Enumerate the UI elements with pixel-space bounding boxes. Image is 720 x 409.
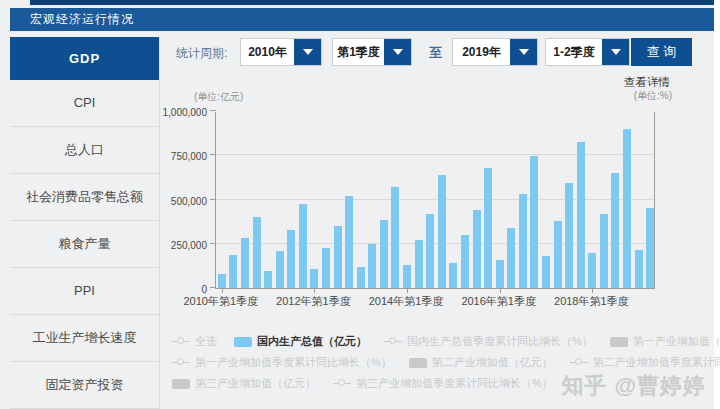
gdp-bar <box>264 271 272 288</box>
legend-item-第一产业增加值（亿元）[interactable]: 第一产业增加值（亿元） <box>610 334 720 349</box>
gdp-bar <box>635 250 643 288</box>
gdp-bar <box>565 183 573 288</box>
legend-item-第二产业增加值季度累计同比增长（%）[interactable]: 第二产业增加值季度累计同比增长（%） <box>570 355 720 370</box>
sidebar-item-固定资产投资[interactable]: 固定资产投资 <box>10 362 159 409</box>
end-year-dropdown-button[interactable] <box>510 39 537 65</box>
legend-item-label: 国内生产总值（亿元） <box>257 334 367 349</box>
to-label: 至 <box>429 44 442 62</box>
query-button[interactable]: 查 询 <box>631 38 692 66</box>
gdp-bar <box>380 220 388 288</box>
gdp-bar <box>646 208 654 288</box>
start-year-dropdown-button[interactable] <box>294 39 321 65</box>
gdp-bar <box>357 267 365 288</box>
chevron-down-icon <box>393 49 403 55</box>
gdp-bar <box>530 156 538 288</box>
legend-line-circle-icon <box>570 362 588 363</box>
gdp-bar <box>611 173 619 288</box>
gridline <box>216 199 654 200</box>
legend-bar-swatch-icon <box>610 337 628 347</box>
gdp-bar <box>600 214 608 288</box>
end-quarter-dropdown[interactable]: 1-2季度 <box>545 38 630 66</box>
x-tick-mark <box>407 288 408 293</box>
y-axis-labels: 0250,000500,000750,0001,000,000 <box>141 112 211 289</box>
legend-bar-swatch-icon <box>234 337 252 347</box>
legend-item-国内生产总值（亿元）[interactable]: 国内生产总值（亿元） <box>234 334 367 349</box>
chevron-down-icon <box>519 49 529 55</box>
sidebar-item-CPI[interactable]: CPI <box>10 80 159 127</box>
gdp-bar <box>554 221 562 288</box>
y-tick-label: 500,000 <box>137 196 207 207</box>
watermark: 知乎 @曹婷婷 <box>561 371 706 401</box>
gdp-bar-chart <box>215 112 655 289</box>
legend-circle-icon <box>575 358 582 365</box>
legend-item-label: 第三产业增加值季度累计同比增长（%） <box>356 376 553 391</box>
gdp-bar <box>310 269 318 288</box>
legend-item-第三产业增加值季度累计同比增长（%）[interactable]: 第三产业增加值季度累计同比增长（%） <box>333 376 553 391</box>
x-tick-label: 2014年第1季度 <box>356 294 456 309</box>
gridline <box>216 243 654 244</box>
chevron-down-icon <box>611 49 621 55</box>
legend-item-label: 第三产业增加值（亿元） <box>195 376 316 391</box>
x-tick-label: 2010年第1季度 <box>171 294 271 309</box>
gdp-bar <box>345 196 353 288</box>
y-tick-label: 1,000,000 <box>137 107 207 118</box>
x-tick-mark <box>222 288 223 293</box>
gdp-bar <box>484 168 492 288</box>
start-year-dropdown[interactable]: 2010年 <box>240 38 322 66</box>
gridline <box>216 154 654 155</box>
end-year-value: 2019年 <box>453 39 510 65</box>
sidebar-item-工业生产增长速度[interactable]: 工业生产增长速度 <box>10 315 159 362</box>
gdp-bar <box>403 265 411 288</box>
end-quarter-dropdown-button[interactable] <box>602 39 629 65</box>
start-quarter-value: 第1季度 <box>333 39 384 65</box>
legend-circle-icon <box>177 358 184 365</box>
legend-item-label: 第二产业增加值季度累计同比增长（%） <box>593 355 720 370</box>
right-axis-unit-label: (单位:%) <box>634 89 672 103</box>
gdp-bar <box>415 240 423 288</box>
page-title: 宏观经济运行情况 <box>10 8 714 31</box>
x-tick-mark <box>592 288 593 293</box>
gdp-bar <box>287 230 295 288</box>
top-accent-strip <box>30 0 720 5</box>
x-tick-label: 2018年第1季度 <box>541 294 641 309</box>
legend-item-第三产业增加值（亿元）[interactable]: 第三产业增加值（亿元） <box>172 376 316 391</box>
x-tick-label: 2012年第1季度 <box>263 294 363 309</box>
sidebar-item-GDP[interactable]: GDP <box>10 37 159 80</box>
gdp-bar <box>229 255 237 288</box>
legend-row: 全选国内生产总值（亿元）国内生产总值季度累计同比增长（%）第一产业增加值（亿元） <box>172 331 692 352</box>
gdp-bar <box>322 248 330 288</box>
legend-item-全选[interactable]: 全选 <box>172 334 217 349</box>
x-axis-labels: 2010年第1季度2012年第1季度2014年第1季度2016年第1季度2018… <box>215 294 655 308</box>
gdp-bar <box>241 238 249 288</box>
gdp-bar <box>276 251 284 288</box>
legend-bar-swatch-icon <box>172 379 190 389</box>
start-quarter-dropdown[interactable]: 第1季度 <box>332 38 412 66</box>
gdp-bar <box>253 217 261 288</box>
start-quarter-dropdown-button[interactable] <box>384 39 411 65</box>
gdp-bar <box>438 175 446 288</box>
y-tick-mark <box>210 287 216 288</box>
gdp-bar <box>449 263 457 288</box>
gdp-bar <box>588 253 596 288</box>
view-details-link[interactable]: 查看详情 <box>624 75 670 90</box>
chevron-down-icon <box>303 49 313 55</box>
y-tick-label: 250,000 <box>137 240 207 251</box>
legend-item-label: 第二产业增加值（亿元） <box>432 355 553 370</box>
end-year-dropdown[interactable]: 2019年 <box>452 38 538 66</box>
y-tick-mark <box>210 110 216 111</box>
legend-row: 第一产业增加值季度累计同比增长（%）第二产业增加值（亿元）第二产业增加值季度累计… <box>172 352 692 373</box>
legend-line-circle-icon <box>172 362 190 363</box>
legend-item-label: 国内生产总值季度累计同比增长（%） <box>407 334 593 349</box>
legend-item-第一产业增加值季度累计同比增长（%）[interactable]: 第一产业增加值季度累计同比增长（%） <box>172 355 392 370</box>
legend-item-第二产业增加值（亿元）[interactable]: 第二产业增加值（亿元） <box>409 355 553 370</box>
start-year-value: 2010年 <box>241 39 294 65</box>
gdp-bar <box>461 235 469 288</box>
left-axis-unit-label: (单位:亿元) <box>194 90 243 104</box>
legend-item-label: 第一产业增加值季度累计同比增长（%） <box>195 355 392 370</box>
gdp-bar <box>473 210 481 288</box>
x-tick-mark <box>314 288 315 293</box>
legend-item-国内生产总值季度累计同比增长（%）[interactable]: 国内生产总值季度累计同比增长（%） <box>384 334 593 349</box>
stat-period-label: 统计周期: <box>176 45 227 62</box>
legend-circle-icon <box>389 337 396 344</box>
gdp-bar <box>391 187 399 288</box>
